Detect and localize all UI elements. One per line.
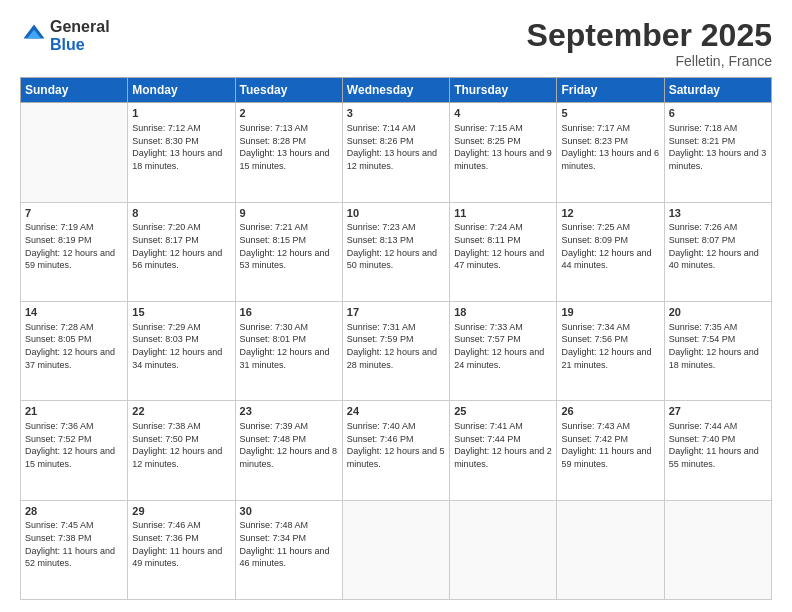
day-number: 1 [132,106,230,121]
day-info: Sunrise: 7:20 AM Sunset: 8:17 PM Dayligh… [132,221,230,271]
day-number: 27 [669,404,767,419]
day-info: Sunrise: 7:44 AM Sunset: 7:40 PM Dayligh… [669,420,767,470]
day-number: 16 [240,305,338,320]
day-info: Sunrise: 7:29 AM Sunset: 8:03 PM Dayligh… [132,321,230,371]
calendar-table: SundayMondayTuesdayWednesdayThursdayFrid… [20,77,772,600]
calendar-cell: 17Sunrise: 7:31 AM Sunset: 7:59 PM Dayli… [342,301,449,400]
day-info: Sunrise: 7:13 AM Sunset: 8:28 PM Dayligh… [240,122,338,172]
day-number: 14 [25,305,123,320]
day-number: 30 [240,504,338,519]
day-info: Sunrise: 7:19 AM Sunset: 8:19 PM Dayligh… [25,221,123,271]
day-info: Sunrise: 7:38 AM Sunset: 7:50 PM Dayligh… [132,420,230,470]
day-info: Sunrise: 7:17 AM Sunset: 8:23 PM Dayligh… [561,122,659,172]
day-info: Sunrise: 7:24 AM Sunset: 8:11 PM Dayligh… [454,221,552,271]
day-info: Sunrise: 7:34 AM Sunset: 7:56 PM Dayligh… [561,321,659,371]
logo-text: General Blue [50,18,110,53]
calendar-cell: 4Sunrise: 7:15 AM Sunset: 8:25 PM Daylig… [450,103,557,202]
calendar-cell: 13Sunrise: 7:26 AM Sunset: 8:07 PM Dayli… [664,202,771,301]
week-row-5: 28Sunrise: 7:45 AM Sunset: 7:38 PM Dayli… [21,500,772,599]
day-info: Sunrise: 7:12 AM Sunset: 8:30 PM Dayligh… [132,122,230,172]
day-number: 17 [347,305,445,320]
day-number: 2 [240,106,338,121]
week-row-1: 1Sunrise: 7:12 AM Sunset: 8:30 PM Daylig… [21,103,772,202]
calendar-cell: 16Sunrise: 7:30 AM Sunset: 8:01 PM Dayli… [235,301,342,400]
day-info: Sunrise: 7:14 AM Sunset: 8:26 PM Dayligh… [347,122,445,172]
calendar-cell: 1Sunrise: 7:12 AM Sunset: 8:30 PM Daylig… [128,103,235,202]
day-info: Sunrise: 7:40 AM Sunset: 7:46 PM Dayligh… [347,420,445,470]
calendar-cell: 27Sunrise: 7:44 AM Sunset: 7:40 PM Dayli… [664,401,771,500]
calendar-cell: 22Sunrise: 7:38 AM Sunset: 7:50 PM Dayli… [128,401,235,500]
calendar-cell: 6Sunrise: 7:18 AM Sunset: 8:21 PM Daylig… [664,103,771,202]
calendar-cell: 18Sunrise: 7:33 AM Sunset: 7:57 PM Dayli… [450,301,557,400]
calendar-cell [557,500,664,599]
day-info: Sunrise: 7:39 AM Sunset: 7:48 PM Dayligh… [240,420,338,470]
day-info: Sunrise: 7:26 AM Sunset: 8:07 PM Dayligh… [669,221,767,271]
day-number: 20 [669,305,767,320]
col-header-wednesday: Wednesday [342,78,449,103]
day-number: 25 [454,404,552,419]
day-info: Sunrise: 7:36 AM Sunset: 7:52 PM Dayligh… [25,420,123,470]
calendar-cell: 14Sunrise: 7:28 AM Sunset: 8:05 PM Dayli… [21,301,128,400]
calendar-cell: 20Sunrise: 7:35 AM Sunset: 7:54 PM Dayli… [664,301,771,400]
title-block: September 2025 Felletin, France [527,18,772,69]
calendar-cell [342,500,449,599]
calendar-header-row: SundayMondayTuesdayWednesdayThursdayFrid… [21,78,772,103]
calendar-cell [664,500,771,599]
day-number: 7 [25,206,123,221]
day-number: 15 [132,305,230,320]
day-info: Sunrise: 7:41 AM Sunset: 7:44 PM Dayligh… [454,420,552,470]
col-header-monday: Monday [128,78,235,103]
calendar-cell: 21Sunrise: 7:36 AM Sunset: 7:52 PM Dayli… [21,401,128,500]
day-info: Sunrise: 7:35 AM Sunset: 7:54 PM Dayligh… [669,321,767,371]
day-number: 22 [132,404,230,419]
calendar-cell: 24Sunrise: 7:40 AM Sunset: 7:46 PM Dayli… [342,401,449,500]
calendar-cell: 26Sunrise: 7:43 AM Sunset: 7:42 PM Dayli… [557,401,664,500]
day-number: 28 [25,504,123,519]
day-number: 12 [561,206,659,221]
day-number: 6 [669,106,767,121]
location: Felletin, France [527,53,772,69]
day-info: Sunrise: 7:28 AM Sunset: 8:05 PM Dayligh… [25,321,123,371]
logo-icon [20,21,48,49]
calendar-cell: 11Sunrise: 7:24 AM Sunset: 8:11 PM Dayli… [450,202,557,301]
month-title: September 2025 [527,18,772,53]
week-row-3: 14Sunrise: 7:28 AM Sunset: 8:05 PM Dayli… [21,301,772,400]
day-info: Sunrise: 7:48 AM Sunset: 7:34 PM Dayligh… [240,519,338,569]
col-header-sunday: Sunday [21,78,128,103]
day-number: 8 [132,206,230,221]
day-info: Sunrise: 7:21 AM Sunset: 8:15 PM Dayligh… [240,221,338,271]
day-number: 11 [454,206,552,221]
col-header-thursday: Thursday [450,78,557,103]
day-number: 19 [561,305,659,320]
day-number: 24 [347,404,445,419]
col-header-friday: Friday [557,78,664,103]
calendar-cell: 8Sunrise: 7:20 AM Sunset: 8:17 PM Daylig… [128,202,235,301]
calendar-cell: 25Sunrise: 7:41 AM Sunset: 7:44 PM Dayli… [450,401,557,500]
logo-general: General [50,18,110,36]
day-number: 5 [561,106,659,121]
day-number: 4 [454,106,552,121]
col-header-saturday: Saturday [664,78,771,103]
header: General Blue September 2025 Felletin, Fr… [20,18,772,69]
calendar-cell: 28Sunrise: 7:45 AM Sunset: 7:38 PM Dayli… [21,500,128,599]
calendar-cell: 5Sunrise: 7:17 AM Sunset: 8:23 PM Daylig… [557,103,664,202]
calendar-cell: 23Sunrise: 7:39 AM Sunset: 7:48 PM Dayli… [235,401,342,500]
day-info: Sunrise: 7:31 AM Sunset: 7:59 PM Dayligh… [347,321,445,371]
day-number: 13 [669,206,767,221]
day-number: 23 [240,404,338,419]
calendar-cell: 29Sunrise: 7:46 AM Sunset: 7:36 PM Dayli… [128,500,235,599]
day-info: Sunrise: 7:43 AM Sunset: 7:42 PM Dayligh… [561,420,659,470]
logo-blue: Blue [50,36,110,54]
day-info: Sunrise: 7:33 AM Sunset: 7:57 PM Dayligh… [454,321,552,371]
calendar-cell [21,103,128,202]
calendar-cell: 7Sunrise: 7:19 AM Sunset: 8:19 PM Daylig… [21,202,128,301]
logo: General Blue [20,18,110,53]
col-header-tuesday: Tuesday [235,78,342,103]
day-info: Sunrise: 7:23 AM Sunset: 8:13 PM Dayligh… [347,221,445,271]
calendar-cell: 9Sunrise: 7:21 AM Sunset: 8:15 PM Daylig… [235,202,342,301]
calendar-cell: 3Sunrise: 7:14 AM Sunset: 8:26 PM Daylig… [342,103,449,202]
week-row-4: 21Sunrise: 7:36 AM Sunset: 7:52 PM Dayli… [21,401,772,500]
day-info: Sunrise: 7:45 AM Sunset: 7:38 PM Dayligh… [25,519,123,569]
day-number: 18 [454,305,552,320]
day-info: Sunrise: 7:18 AM Sunset: 8:21 PM Dayligh… [669,122,767,172]
